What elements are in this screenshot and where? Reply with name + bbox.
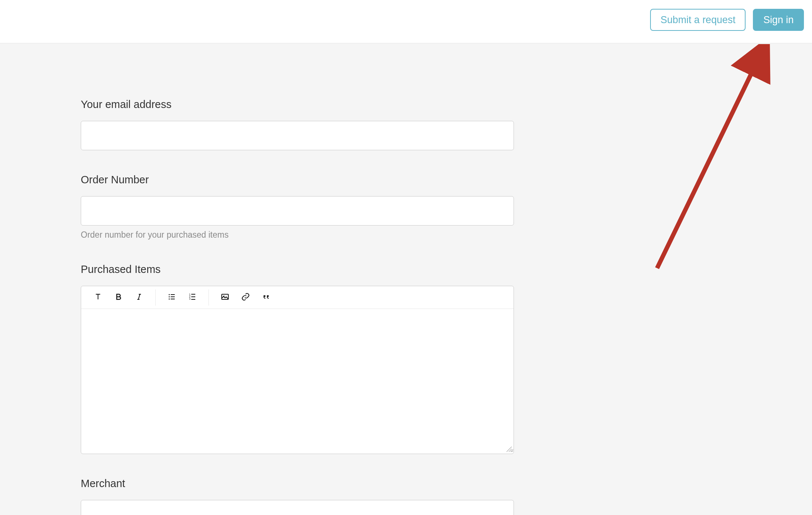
order-number-label: Order Number bbox=[81, 174, 514, 186]
link-icon bbox=[241, 292, 250, 302]
email-group: Your email address bbox=[81, 98, 514, 150]
bullet-list-icon bbox=[167, 292, 176, 302]
svg-point-2 bbox=[169, 296, 170, 298]
order-number-field[interactable] bbox=[81, 196, 514, 226]
image-icon bbox=[221, 292, 229, 302]
merchant-label: Merchant bbox=[81, 478, 514, 490]
submit-request-button[interactable]: Submit a request bbox=[650, 9, 746, 31]
svg-rect-1 bbox=[171, 294, 175, 295]
toolbar-group-lists: 1 2 3 bbox=[162, 286, 203, 309]
link-button[interactable] bbox=[237, 289, 254, 306]
merchant-group: Merchant bbox=[81, 478, 514, 515]
numbered-list-button[interactable]: 1 2 3 bbox=[184, 289, 201, 306]
quote-icon bbox=[262, 292, 271, 302]
svg-point-4 bbox=[169, 299, 170, 300]
bold-icon bbox=[114, 292, 123, 302]
order-number-hint: Order number for your purchased items bbox=[81, 230, 514, 240]
purchased-items-group: Purchased Items bbox=[81, 263, 514, 454]
resize-handle-icon[interactable] bbox=[506, 446, 512, 453]
image-button[interactable] bbox=[216, 289, 234, 306]
svg-text:3: 3 bbox=[189, 298, 191, 300]
paragraph-style-button[interactable] bbox=[89, 289, 107, 306]
purchased-items-label: Purchased Items bbox=[81, 263, 514, 275]
editor-toolbar: 1 2 3 bbox=[81, 286, 514, 309]
request-form: Your email address Order Number Order nu… bbox=[0, 43, 812, 515]
svg-point-0 bbox=[169, 294, 170, 295]
bullet-list-button[interactable] bbox=[163, 289, 181, 306]
svg-rect-9 bbox=[191, 296, 195, 297]
sign-in-button[interactable]: Sign in bbox=[753, 9, 804, 31]
toolbar-group-text bbox=[88, 286, 149, 309]
toolbar-divider bbox=[155, 289, 156, 306]
quote-button[interactable] bbox=[257, 289, 275, 306]
svg-rect-5 bbox=[171, 299, 175, 299]
paragraph-style-icon bbox=[94, 292, 102, 302]
toolbar-group-insert bbox=[215, 286, 276, 309]
merchant-field[interactable] bbox=[81, 500, 514, 515]
svg-rect-11 bbox=[191, 299, 195, 300]
svg-rect-3 bbox=[171, 296, 175, 297]
purchased-items-field[interactable] bbox=[81, 309, 514, 452]
toolbar-divider bbox=[209, 289, 209, 306]
numbered-list-icon: 1 2 3 bbox=[188, 292, 197, 302]
bold-button[interactable] bbox=[110, 289, 127, 306]
email-label: Your email address bbox=[81, 98, 514, 111]
italic-button[interactable] bbox=[130, 289, 148, 306]
page-header: Submit a request Sign in bbox=[0, 0, 812, 43]
italic-icon bbox=[135, 292, 144, 302]
svg-point-13 bbox=[224, 296, 225, 297]
rich-text-editor: 1 2 3 bbox=[81, 286, 514, 454]
email-field[interactable] bbox=[81, 121, 514, 150]
order-number-group: Order Number Order number for your purch… bbox=[81, 174, 514, 240]
svg-rect-7 bbox=[191, 294, 195, 295]
